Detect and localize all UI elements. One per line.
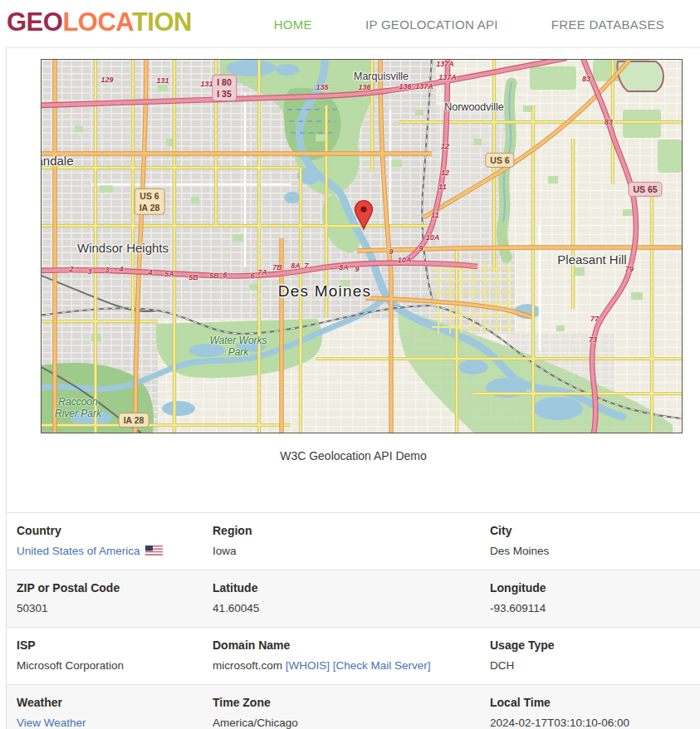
table-row: ISPMicrosoft CorporationDomain Namemicro…: [7, 627, 700, 684]
label-usage-type: Usage Type: [490, 638, 555, 652]
label-city: City: [490, 524, 549, 537]
nav-free-databases[interactable]: FREE DATABASES: [551, 17, 664, 32]
domain-text: microsoft.com: [213, 659, 286, 672]
map-card: MarquisvilleNorwoodvilleandaleWindsor He…: [7, 59, 700, 512]
cell-domain-name: Domain Namemicrosoft.com [WHOIS] [Check …: [213, 628, 431, 672]
label-domain-name: Domain Name: [213, 638, 431, 652]
value-longitude: -93.609114: [490, 602, 546, 614]
value-isp: Microsoft Corporation: [17, 659, 124, 672]
cell-latitude: Latitude41.60045: [213, 570, 259, 614]
logo-segment-1: GEO: [7, 7, 62, 37]
cell-isp: ISPMicrosoft Corporation: [17, 628, 124, 672]
label-latitude: Latitude: [213, 581, 259, 594]
label-longitude: Longitude: [490, 581, 546, 594]
label-time-zone: Time Zone: [213, 696, 298, 709]
cell-local-time: Local Time2024-02-17T03:10:10-06:00: [490, 685, 629, 729]
logo-segment-3: TION: [132, 7, 192, 37]
table-row: ZIP or Postal Code50301Latitude41.60045L…: [7, 570, 700, 627]
value-city: Des Moines: [490, 545, 549, 557]
value-country: United States of America: [17, 545, 163, 557]
label-weather: Weather: [17, 696, 86, 709]
cell-city: CityDes Moines: [490, 513, 549, 557]
logo-segment-2: LOCA: [62, 7, 132, 37]
whois-link[interactable]: [WHOIS]: [286, 659, 330, 672]
label-isp: ISP: [17, 638, 124, 652]
map-canvas: [42, 60, 682, 433]
cell-weather: WeatherView Weather: [17, 685, 86, 729]
value-time-zone: America/Chicago: [213, 717, 298, 729]
cell-region: RegionIowa: [213, 513, 252, 557]
label-region: Region: [213, 524, 252, 537]
value-zip-or-postal-code: 50301: [17, 602, 120, 614]
label-local-time: Local Time: [490, 696, 629, 709]
view-weather-link[interactable]: View Weather: [17, 717, 86, 729]
value-weather: View Weather: [17, 717, 86, 729]
header: GEOLOCATION HOMEIP GEOLOCATION APIFREE D…: [0, 0, 700, 47]
value-region: Iowa: [213, 545, 252, 557]
nav-ip-geolocation-api[interactable]: IP GEOLOCATION API: [365, 17, 498, 32]
map-caption: W3C Geolocation API Demo: [7, 449, 700, 462]
nav-home[interactable]: HOME: [274, 17, 312, 32]
check-mail-server-link[interactable]: [Check Mail Server]: [333, 659, 431, 672]
site-logo[interactable]: GEOLOCATION: [7, 7, 192, 37]
value-local-time: 2024-02-17T03:10:10-06:00: [490, 717, 629, 729]
value-domain-name: microsoft.com [WHOIS] [Check Mail Server…: [213, 659, 431, 672]
content: MarquisvilleNorwoodvilleandaleWindsor He…: [6, 47, 700, 729]
geolocation-info-table: CountryUnited States of AmericaRegionIow…: [7, 512, 700, 729]
country-link[interactable]: United States of America: [17, 545, 140, 557]
cell-longitude: Longitude-93.609114: [490, 570, 546, 614]
cell-time-zone: Time ZoneAmerica/Chicago: [213, 685, 298, 729]
value-latitude: 41.60045: [213, 602, 259, 614]
map[interactable]: MarquisvilleNorwoodvilleandaleWindsor He…: [41, 59, 683, 433]
value-usage-type: DCH: [490, 659, 555, 672]
table-row: CountryUnited States of AmericaRegionIow…: [7, 512, 700, 570]
cell-zip-or-postal-code: ZIP or Postal Code50301: [17, 570, 120, 614]
label-zip-or-postal-code: ZIP or Postal Code: [17, 581, 120, 594]
label-country: Country: [17, 524, 163, 537]
cell-country: CountryUnited States of America: [17, 513, 163, 557]
cell-usage-type: Usage TypeDCH: [490, 628, 555, 672]
us-flag-icon: [145, 546, 163, 555]
main-nav: HOMEIP GEOLOCATION APIFREE DATABASES: [274, 17, 664, 32]
table-row: WeatherView WeatherTime ZoneAmerica/Chic…: [7, 684, 700, 729]
